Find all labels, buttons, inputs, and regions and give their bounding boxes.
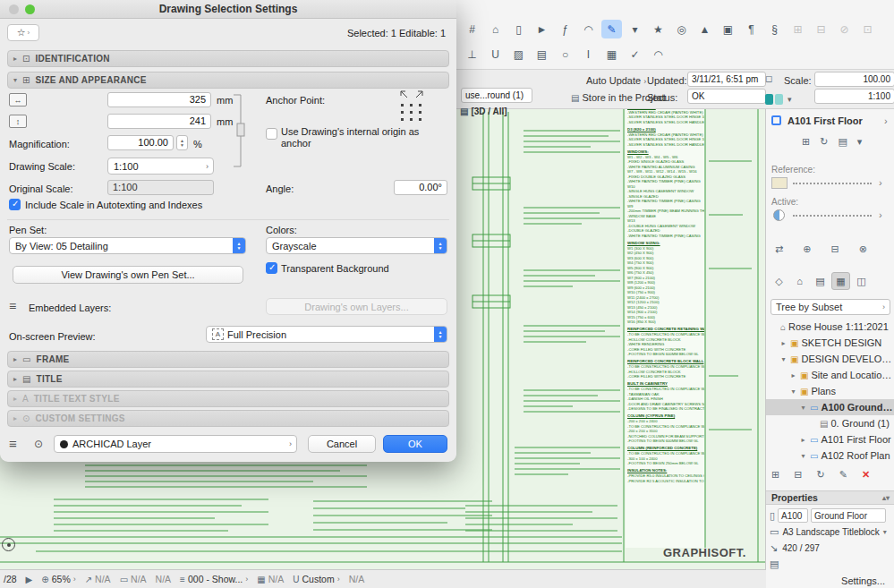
tree-expander-icon[interactable]: ▸ (789, 371, 797, 379)
favorites-tab-icon[interactable]: ◇ (770, 272, 788, 290)
auto-update-dropdown[interactable]: Auto Update› (586, 75, 646, 86)
section-title[interactable]: ▸ ▤ TITLE (7, 371, 449, 388)
delete-icon[interactable]: ✕ (862, 469, 870, 481)
hotspot-icon[interactable]: ◎ (671, 20, 692, 38)
tree-expander-icon[interactable]: ▾ (799, 452, 807, 460)
favorites-icon[interactable]: ★ (648, 20, 668, 38)
new-layout-icon[interactable]: ⊞ (771, 469, 779, 481)
tree-item[interactable]: ▤0. Ground (1) (766, 415, 894, 431)
detail-tool-icon[interactable]: ƒ (555, 20, 575, 38)
more-options-icon[interactable]: ▾ (857, 136, 863, 148)
module-icon[interactable]: ⊘ (834, 20, 855, 38)
send-settings-icon[interactable]: ⇄ (775, 243, 783, 255)
chevron-down-icon[interactable]: ▾ (883, 528, 887, 536)
layout-book-tab-icon[interactable]: ▦ (831, 272, 850, 290)
tree-item[interactable]: ▸▣Site and Location Drawi... (766, 367, 894, 383)
table-icon[interactable]: ▦ (601, 45, 622, 64)
hotlink-icon[interactable]: ⊞ (788, 20, 808, 38)
layout-settings-icon[interactable]: ▤ (838, 136, 847, 148)
active-chevron-icon[interactable]: › (879, 209, 882, 220)
tree-item[interactable]: ▸▭A101 First Floor (766, 431, 894, 447)
publisher-tab-icon[interactable]: ◫ (852, 272, 871, 290)
layout-id-field[interactable]: A100 (778, 508, 808, 523)
reference-chevron-icon[interactable]: › (879, 177, 882, 188)
column-grid-icon[interactable]: I (578, 45, 599, 64)
tree-by-subset-dropdown[interactable]: Tree by Subset› (771, 299, 890, 315)
copy-down-icon[interactable]: ⊟ (830, 243, 839, 255)
new-subset-icon[interactable]: ⊟ (794, 469, 802, 481)
add-view-icon[interactable]: ⊞ (802, 136, 810, 148)
section-title-text-style[interactable]: ▸ A TITLE TEXT STYLE (7, 390, 449, 407)
update-icon[interactable]: ↻ (816, 469, 824, 481)
angle-field[interactable]: 0.00° (394, 180, 447, 195)
magnification-field[interactable]: 100.00 (107, 135, 174, 150)
navigator-header[interactable]: A101 First Floor (788, 115, 863, 126)
dimension-style-combo[interactable]: U Custom › (293, 574, 339, 584)
colors-dropdown[interactable]: Grayscale▲▼ (266, 237, 447, 254)
tree-expander-icon[interactable]: ▾ (789, 388, 797, 396)
cancel-button[interactable]: Cancel (308, 435, 376, 453)
view-source-combo[interactable]: use...round (1) (461, 88, 532, 103)
label-icon[interactable]: ¶ (741, 20, 762, 38)
layout-name-field[interactable]: Ground Floor (811, 508, 886, 523)
tree-expander-icon[interactable]: ▸ (779, 339, 788, 347)
layer-dropdown[interactable]: ARCHICAD Layer › (54, 435, 297, 453)
drawing-tool-icon[interactable]: ✎ (601, 20, 622, 38)
figure-icon[interactable]: ▣ (718, 20, 738, 38)
navigator-settings-button[interactable]: Settings... (841, 575, 885, 586)
edit-icon[interactable]: ✎ (839, 469, 847, 481)
swap-icon[interactable]: ⊗ (859, 243, 867, 255)
tree-item[interactable]: ▾▣Plans (766, 383, 894, 399)
navigator-header-chevron-icon[interactable]: › (884, 115, 888, 126)
flag-marker-icon[interactable]: ► (532, 20, 552, 38)
tree-item[interactable]: ▾▭A100 Ground Floor (766, 399, 894, 415)
spline-icon[interactable]: ◠ (648, 45, 668, 64)
height-field[interactable]: 241 (107, 114, 211, 129)
section-frame[interactable]: ▸ ▭ FRAME (7, 351, 449, 368)
view-map-tab-icon[interactable]: ▤ (811, 272, 830, 290)
tree-item[interactable]: ⌂Rose House 1:11:2021 (766, 319, 894, 335)
favorites-button[interactable]: ☆› (7, 24, 39, 41)
transparent-background-checkbox[interactable] (266, 262, 277, 274)
xref-icon[interactable]: ⊟ (811, 20, 831, 38)
visibility-eye-icon[interactable]: ⊙ (34, 438, 43, 450)
pen-set-combo[interactable]: ≡ 000 - Show... › (180, 574, 248, 584)
pin-icon[interactable]: ⊥ (462, 45, 482, 64)
section-identification[interactable]: ▸ ⊡ IDENTIFICATION (7, 50, 449, 67)
object-icon[interactable]: ▲ (694, 20, 715, 38)
tree-item[interactable]: ▾▣DESIGN DEVELOPMENT / C (766, 351, 894, 367)
tree-expander-icon[interactable]: ▸ (799, 436, 807, 444)
tool-options-chevron-icon[interactable]: ▾ (625, 20, 645, 38)
pen-check-icon[interactable]: ✓ (625, 45, 645, 64)
scale-ratio-field[interactable]: 1:100 (814, 89, 894, 104)
tree-item[interactable]: ▾▭A102 Roof Plan (766, 447, 894, 464)
ok-button[interactable]: OK (383, 435, 447, 453)
play-icon[interactable]: ▶ (26, 575, 33, 584)
tree-item[interactable]: ▸▣SKETCH DESIGN (766, 335, 894, 351)
properties-header[interactable]: Properties ▴▾ (766, 490, 894, 505)
arc-tool-icon[interactable]: ◠ (578, 20, 599, 38)
copy-up-icon[interactable]: ⊕ (803, 243, 811, 255)
zoom-window-icon[interactable] (25, 4, 35, 14)
reference-swatch[interactable] (771, 177, 788, 189)
magnification-stepper[interactable]: ▲▼ (176, 135, 188, 150)
tree-expander-icon[interactable]: ▾ (779, 355, 788, 363)
titleblock-value[interactable]: A3 Landscape Titleblock (782, 527, 879, 537)
refresh-icon[interactable]: ↻ (820, 136, 828, 148)
onscreen-preview-dropdown[interactable]: AFull Precision ▲▼ (206, 326, 447, 343)
active-track[interactable] (793, 215, 872, 217)
close-window-icon[interactable] (9, 4, 19, 14)
grid-tool-icon[interactable]: # (462, 20, 482, 38)
underline-tool-icon[interactable]: U (485, 45, 506, 64)
pen-set-quick-dropdown[interactable]: ▾ (765, 91, 805, 107)
elevation-marker-icon[interactable]: ▯ (508, 20, 529, 38)
project-map-tab-icon[interactable]: ⌂ (790, 272, 809, 290)
active-swatch[interactable] (773, 209, 785, 221)
chart-icon[interactable]: ▤ (532, 45, 552, 64)
zoom-control[interactable]: ⊕ 65% › (41, 574, 75, 584)
include-scale-checkbox[interactable] (9, 199, 21, 210)
use-internal-origin-checkbox[interactable] (266, 128, 277, 140)
hatch-icon[interactable]: ▨ (508, 45, 529, 64)
view-pen-set-button[interactable]: View Drawing's own Pen Set... (13, 266, 243, 284)
callout-icon[interactable]: ○ (555, 45, 575, 64)
